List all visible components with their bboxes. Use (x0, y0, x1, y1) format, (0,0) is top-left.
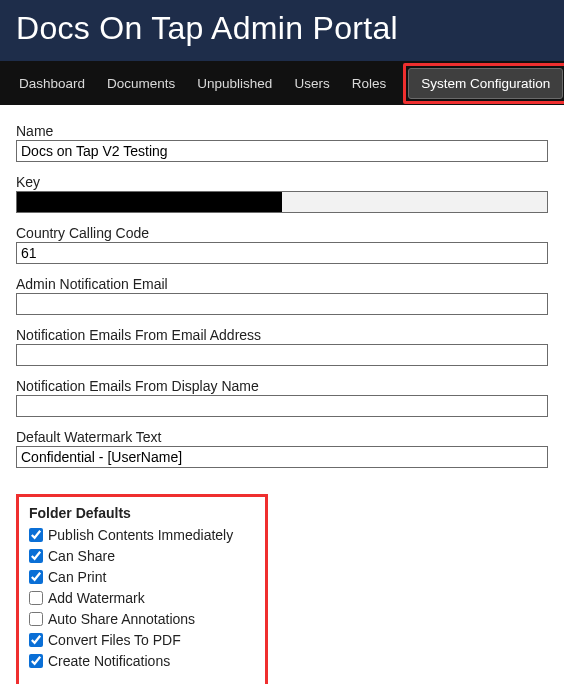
nav-system-configuration[interactable]: System Configuration (408, 68, 563, 99)
key-field (16, 191, 548, 213)
input-watermark[interactable] (16, 446, 548, 468)
app-header: Docs On Tap Admin Portal (0, 0, 564, 61)
nav-roles[interactable]: Roles (343, 70, 396, 97)
nav-dashboard[interactable]: Dashboard (10, 70, 94, 97)
nav-users[interactable]: Users (285, 70, 338, 97)
label-name: Name (16, 123, 548, 139)
input-admin-email[interactable] (16, 293, 548, 315)
folder-defaults-section: Folder Defaults Publish Contents Immedia… (16, 494, 268, 684)
check-auto-share-annotations[interactable] (29, 612, 43, 626)
input-name[interactable] (16, 140, 548, 162)
app-title: Docs On Tap Admin Portal (16, 10, 548, 47)
label-create-notifications[interactable]: Create Notifications (48, 653, 170, 669)
highlight-system-config: System Configuration (403, 63, 564, 104)
check-add-watermark[interactable] (29, 591, 43, 605)
label-from-display: Notification Emails From Display Name (16, 378, 548, 394)
check-publish-immediately[interactable] (29, 528, 43, 542)
input-from-display[interactable] (16, 395, 548, 417)
nav-unpublished[interactable]: Unpublished (188, 70, 281, 97)
label-can-print[interactable]: Can Print (48, 569, 106, 585)
key-redacted (16, 191, 282, 213)
label-publish-immediately[interactable]: Publish Contents Immediately (48, 527, 233, 543)
label-can-share[interactable]: Can Share (48, 548, 115, 564)
label-auto-share-annotations[interactable]: Auto Share Annotations (48, 611, 195, 627)
check-create-notifications[interactable] (29, 654, 43, 668)
check-can-print[interactable] (29, 570, 43, 584)
label-convert-pdf[interactable]: Convert Files To PDF (48, 632, 181, 648)
check-convert-pdf[interactable] (29, 633, 43, 647)
folder-defaults-title: Folder Defaults (29, 505, 255, 521)
label-from-email: Notification Emails From Email Address (16, 327, 548, 343)
input-country-code[interactable] (16, 242, 548, 264)
nav-documents[interactable]: Documents (98, 70, 184, 97)
content-area: Name Key Country Calling Code Admin Noti… (0, 105, 564, 684)
label-watermark: Default Watermark Text (16, 429, 548, 445)
label-admin-email: Admin Notification Email (16, 276, 548, 292)
label-country-code: Country Calling Code (16, 225, 548, 241)
label-key: Key (16, 174, 548, 190)
label-add-watermark[interactable]: Add Watermark (48, 590, 145, 606)
key-empty (282, 191, 548, 213)
input-from-email[interactable] (16, 344, 548, 366)
check-can-share[interactable] (29, 549, 43, 563)
main-navbar: Dashboard Documents Unpublished Users Ro… (0, 61, 564, 105)
